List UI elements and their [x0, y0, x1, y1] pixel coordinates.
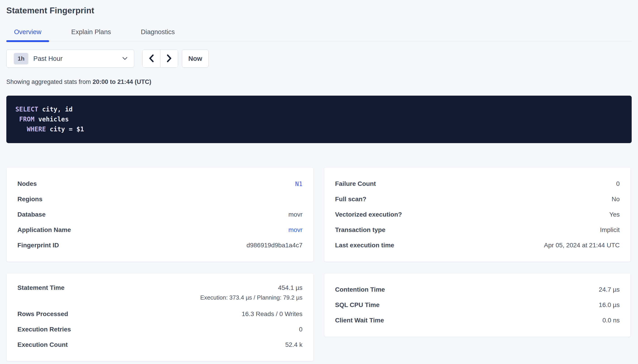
wait-time-stats-card: Contention Time 24.7 µs SQL CPU Time 16.…	[324, 273, 631, 337]
sql-line: FROM vehicles	[16, 114, 622, 124]
table-row: Client Wait Time 0.0 ns	[335, 313, 620, 328]
aggregated-stats-prefix: Showing aggregated stats from	[6, 78, 93, 85]
page-title: Statement Fingerprint	[6, 6, 632, 15]
row-label-full-scan: Full scan?	[335, 196, 366, 203]
execution-stats-card: Statement Time 454.1 µs Execution: 373.4…	[6, 273, 314, 361]
row-label-last-execution-time: Last execution time	[335, 242, 394, 249]
sql-line: WHERE city = $1	[16, 124, 622, 134]
previous-time-button[interactable]	[143, 50, 160, 67]
aggregated-stats-range: 20:00 to 21:44 (UTC)	[93, 78, 151, 85]
row-label-nodes: Nodes	[18, 180, 37, 188]
tab-bar: Overview Explain Plans Diagnostics	[6, 28, 632, 41]
table-row: Transaction type Implicit	[335, 222, 620, 238]
time-pager	[142, 50, 178, 68]
application-name-link[interactable]: movr	[288, 226, 302, 234]
table-row: Rows Processed 16.3 Reads / 0 Writes	[18, 306, 302, 322]
row-label-regions: Regions	[18, 196, 42, 203]
table-row: Vectorized execution? Yes	[335, 207, 620, 222]
execution-count-value: 52.4 k	[285, 341, 302, 348]
table-row: SQL CPU Time 16.0 µs	[335, 297, 620, 313]
rows-processed-value: 16.3 Reads / 0 Writes	[242, 310, 302, 318]
row-label-statement-time: Statement Time	[18, 284, 65, 292]
table-row: Execution Count 52.4 k	[18, 337, 302, 352]
aggregated-stats-note: Showing aggregated stats from 20:00 to 2…	[6, 78, 632, 86]
last-execution-time-value: Apr 05, 2024 at 21:44 UTC	[544, 242, 620, 249]
table-row: Last execution time Apr 05, 2024 at 21:4…	[335, 238, 620, 253]
contention-time-value: 24.7 µs	[599, 286, 620, 293]
now-button[interactable]: Now	[182, 50, 209, 68]
table-row: Database movr	[18, 207, 302, 222]
table-row: Failure Count 0	[335, 176, 620, 192]
statement-time-breakdown: Execution: 373.4 µs / Planning: 79.2 µs	[200, 294, 302, 301]
row-label-execution-count: Execution Count	[18, 341, 68, 348]
database-value: movr	[288, 211, 302, 218]
table-row: Nodes N1	[18, 176, 302, 192]
time-range-label: Past Hour	[33, 55, 122, 62]
time-range-badge: 1h	[14, 53, 28, 64]
summary-cards: Nodes N1 Regions Database movr Applicati…	[6, 167, 632, 361]
row-label-client-wait-time: Client Wait Time	[335, 317, 384, 324]
sql-line: SELECT city, id	[16, 104, 622, 114]
table-row: Fingerprint ID d986919d9ba1a4c7	[18, 238, 302, 253]
row-label-failure-count: Failure Count	[335, 180, 376, 188]
table-row: Execution Retries 0	[18, 322, 302, 337]
transaction-type-value: Implicit	[600, 226, 620, 234]
tab-diagnostics[interactable]: Diagnostics	[133, 28, 183, 41]
vectorized-execution-value: Yes	[609, 211, 620, 218]
statement-time-value: 454.1 µs	[278, 284, 302, 292]
chevron-right-icon	[166, 54, 172, 64]
row-label-rows-processed: Rows Processed	[18, 310, 68, 318]
row-label-fingerprint-id: Fingerprint ID	[18, 242, 59, 249]
sql-keyword: SELECT	[16, 106, 38, 113]
sql-keyword: WHERE	[27, 126, 46, 133]
row-label-contention-time: Contention Time	[335, 286, 385, 293]
row-label-sql-cpu-time: SQL CPU Time	[335, 301, 380, 308]
statement-time-values: 454.1 µs Execution: 373.4 µs / Planning:…	[200, 284, 302, 301]
row-label-execution-retries: Execution Retries	[18, 326, 71, 333]
tab-overview[interactable]: Overview	[6, 28, 49, 41]
row-label-database: Database	[18, 211, 46, 218]
chevron-left-icon	[148, 54, 155, 64]
nodes-link[interactable]: N1	[295, 180, 302, 188]
next-time-button[interactable]	[160, 50, 178, 67]
table-row: Full scan? No	[335, 192, 620, 207]
sql-keyword: FROM	[19, 116, 35, 123]
table-row: Application Name movr	[18, 222, 302, 238]
time-toolbar: 1h Past Hour Now	[6, 50, 632, 68]
fingerprint-id-value: d986919d9ba1a4c7	[246, 242, 302, 249]
sql-cpu-time-value: 16.0 µs	[599, 301, 620, 308]
table-row: Contention Time 24.7 µs	[335, 282, 620, 297]
sql-statement-box: SELECT city, id FROM vehicles WHERE city…	[6, 96, 632, 143]
failure-count-value: 0	[616, 180, 620, 188]
table-row: Statement Time 454.1 µs Execution: 373.4…	[18, 282, 302, 306]
full-scan-value: No	[611, 196, 620, 203]
chevron-down-icon	[122, 57, 128, 60]
time-range-select[interactable]: 1h Past Hour	[6, 50, 134, 68]
statement-fingerprint-page: Statement Fingerprint Overview Explain P…	[0, 6, 638, 361]
row-label-vectorized-execution: Vectorized execution?	[335, 211, 402, 218]
row-label-transaction-type: Transaction type	[335, 226, 385, 234]
tab-explain-plans[interactable]: Explain Plans	[64, 28, 119, 41]
statement-details-card: Nodes N1 Regions Database movr Applicati…	[6, 167, 314, 262]
execution-retries-value: 0	[299, 326, 302, 333]
execution-attributes-card: Failure Count 0 Full scan? No Vectorized…	[324, 167, 631, 262]
table-row: Regions	[18, 192, 302, 207]
row-label-application-name: Application Name	[18, 226, 71, 234]
client-wait-time-value: 0.0 ns	[602, 317, 620, 324]
